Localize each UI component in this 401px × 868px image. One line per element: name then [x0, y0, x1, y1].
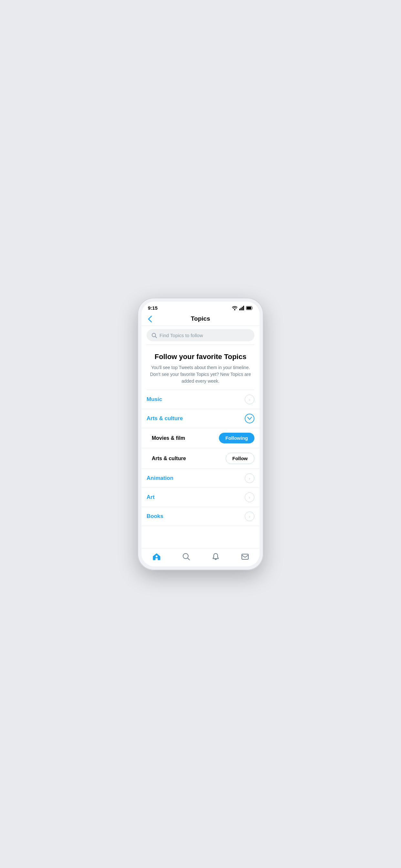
search-placeholder-text: Find Topics to follow — [159, 333, 203, 338]
phone-frame: 9:15 — [137, 298, 264, 570]
category-art[interactable]: Art › — [142, 488, 259, 507]
nav-home[interactable] — [147, 552, 166, 562]
animation-expand-icon: › — [245, 473, 254, 483]
music-expand-icon: › — [245, 395, 254, 404]
arts-culture-expand-icon — [245, 414, 254, 423]
page-title: Topics — [191, 315, 210, 322]
svg-rect-1 — [239, 309, 240, 310]
svg-rect-6 — [247, 307, 251, 309]
category-animation[interactable]: Animation › — [142, 469, 259, 488]
header: Topics — [142, 312, 259, 326]
category-art-label: Art — [147, 494, 155, 500]
hero-section: Follow your favorite Topics You'll see t… — [142, 345, 259, 390]
nav-notifications[interactable] — [207, 552, 225, 562]
svg-rect-3 — [242, 307, 243, 310]
hero-description: You'll see top Tweets about them in your… — [148, 364, 253, 384]
back-button[interactable] — [147, 313, 153, 324]
nav-search[interactable] — [177, 552, 195, 562]
search-container: Find Topics to follow — [142, 326, 259, 345]
status-time: 9:15 — [148, 305, 158, 311]
svg-rect-2 — [241, 308, 242, 310]
category-books-label: Books — [147, 513, 163, 520]
following-button-movies[interactable]: Following — [219, 433, 254, 443]
category-arts-culture[interactable]: Arts & culture — [142, 409, 259, 428]
status-icons — [232, 305, 253, 311]
nav-messages[interactable] — [236, 552, 254, 562]
category-music-label: Music — [147, 396, 162, 403]
books-expand-icon: › — [245, 512, 254, 521]
svg-point-8 — [156, 555, 158, 557]
svg-point-7 — [152, 333, 156, 337]
category-animation-label: Animation — [147, 475, 174, 482]
wifi-icon — [232, 305, 238, 311]
signal-icon — [239, 305, 244, 311]
subtopic-arts-culture: Arts & culture Follow — [142, 448, 259, 469]
battery-icon — [246, 305, 253, 311]
svg-rect-4 — [243, 306, 244, 310]
phone-screen: 9:15 — [142, 302, 259, 566]
bottom-nav — [142, 548, 259, 566]
category-music[interactable]: Music › — [142, 390, 259, 409]
status-bar: 9:15 — [142, 302, 259, 312]
topics-list: Music › Arts & culture Movies & film Fol… — [142, 390, 259, 548]
svg-point-0 — [234, 309, 235, 310]
search-bar[interactable]: Find Topics to follow — [147, 329, 254, 341]
category-arts-culture-label: Arts & culture — [147, 415, 183, 422]
svg-rect-10 — [242, 554, 248, 559]
subtopic-movies-film: Movies & film Following — [142, 428, 259, 448]
art-expand-icon: › — [245, 492, 254, 502]
follow-button-arts[interactable]: Follow — [226, 453, 255, 464]
category-books[interactable]: Books › — [142, 507, 259, 526]
subtopic-arts-culture-label: Arts & culture — [152, 456, 186, 461]
search-icon — [152, 332, 157, 338]
subtopic-movies-film-label: Movies & film — [152, 435, 185, 441]
hero-title: Follow your favorite Topics — [148, 352, 253, 361]
